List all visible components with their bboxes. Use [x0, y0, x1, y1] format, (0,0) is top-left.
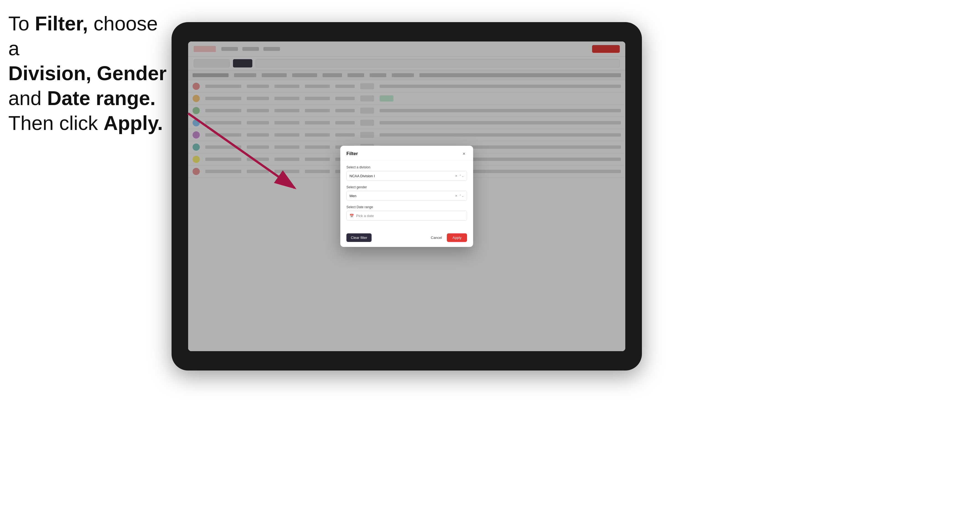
calendar-icon: 📅: [350, 214, 354, 218]
gender-clear-icon[interactable]: ×: [455, 194, 457, 198]
modal-close-button[interactable]: ×: [461, 151, 467, 157]
gender-select[interactable]: Men × ⌃⌄: [347, 191, 467, 201]
division-form-group: Select a division NCAA Division I × ⌃⌄: [347, 165, 467, 181]
clear-filter-button[interactable]: Clear filter: [347, 233, 372, 242]
division-label: Select a division: [347, 165, 467, 169]
gender-arrow-icon: ⌃⌄: [459, 194, 464, 198]
gender-label: Select gender: [347, 185, 467, 189]
instruction-line3: and Date range.: [8, 87, 156, 109]
division-select-actions: × ⌃⌄: [455, 174, 464, 178]
footer-right-actions: Cancel Apply: [428, 233, 467, 242]
apply-button[interactable]: Apply: [447, 233, 467, 242]
instruction-text: To Filter, choose a Division, Gender and…: [8, 11, 174, 135]
modal-header: Filter ×: [340, 146, 473, 160]
cancel-button[interactable]: Cancel: [428, 233, 445, 242]
tablet-device: Filter × Select a division NCAA Division…: [172, 22, 642, 370]
instruction-line4: Then click Apply.: [8, 112, 163, 134]
gender-form-group: Select gender Men × ⌃⌄: [347, 185, 467, 201]
gender-select-actions: × ⌃⌄: [455, 194, 464, 198]
gender-select-value: Men: [350, 194, 356, 198]
division-select[interactable]: NCAA Division I × ⌃⌄: [347, 171, 467, 181]
division-arrow-icon: ⌃⌄: [459, 174, 464, 178]
tablet-screen: Filter × Select a division NCAA Division…: [188, 41, 625, 351]
modal-title: Filter: [347, 151, 358, 157]
instruction-line1: To Filter, choose a: [8, 13, 158, 59]
division-clear-icon[interactable]: ×: [455, 174, 457, 178]
instruction-bold2: Division, Gender: [8, 62, 167, 84]
modal-body: Select a division NCAA Division I × ⌃⌄ S…: [340, 160, 473, 230]
date-placeholder: Pick a date: [356, 214, 374, 218]
date-form-group: Select Date range 📅 Pick a date: [347, 205, 467, 221]
filter-modal: Filter × Select a division NCAA Division…: [340, 146, 473, 247]
modal-footer: Clear filter Cancel Apply: [340, 230, 473, 247]
date-input[interactable]: 📅 Pick a date: [347, 211, 467, 221]
date-label: Select Date range: [347, 205, 467, 209]
division-select-value: NCAA Division I: [350, 174, 375, 178]
modal-overlay: Filter × Select a division NCAA Division…: [188, 41, 625, 351]
